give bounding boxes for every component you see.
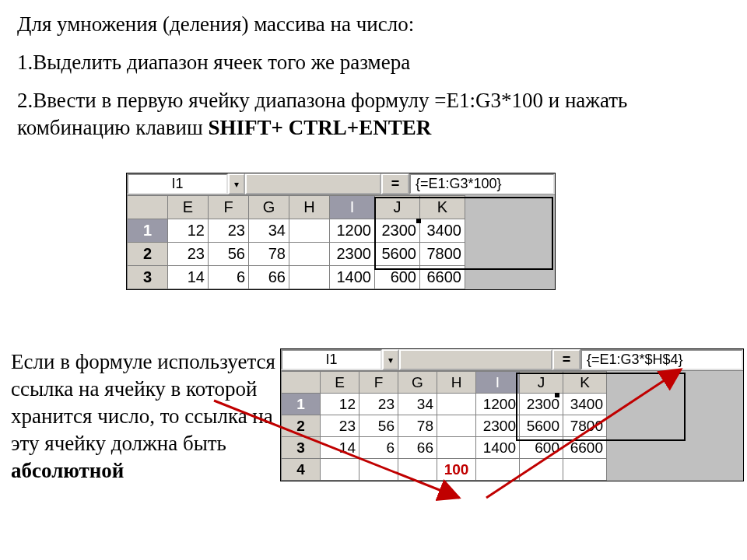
cell[interactable]: 78 [249,243,289,266]
cell[interactable]: 78 [398,415,437,437]
cell[interactable]: 2300 [476,415,520,437]
col-header-G[interactable]: G [398,372,437,394]
equals-icon: = [552,349,580,370]
cell[interactable] [437,415,476,437]
cell[interactable]: 2300 [520,394,563,415]
col-header-H[interactable]: H [437,372,476,394]
cell[interactable]: 1400 [330,266,375,289]
row-header-3[interactable]: 3 [282,437,321,459]
cell[interactable]: 66 [249,266,289,289]
cell[interactable]: 14 [321,437,359,459]
formula-bar[interactable]: {=E1:G3*$H$4} [580,349,743,370]
cell[interactable] [437,437,476,459]
cell[interactable]: 5600 [375,243,420,266]
formula-bar[interactable]: {=E1:G3*100} [409,173,555,194]
cell[interactable]: 14 [168,266,209,289]
col-header-E[interactable]: E [321,372,359,394]
cell[interactable]: 6600 [420,266,465,289]
row-header-2[interactable]: 2 [282,415,321,437]
grid-2[interactable]: E F G H I J K 1 12 23 34 1200 2300 3400 … [281,371,607,481]
cell[interactable]: 2300 [375,219,420,243]
spreadsheet-2: I1 = {=E1:G3*$H$4} E F G H I J K 1 12 23… [280,348,744,481]
cell[interactable]: 1400 [476,437,520,459]
cell[interactable]: 34 [398,394,437,415]
cell[interactable] [520,459,563,481]
cell[interactable]: 1200 [330,219,375,243]
cell[interactable]: 23 [321,415,359,437]
cell[interactable]: 23 [359,394,398,415]
cell[interactable] [437,394,476,415]
cell[interactable]: 56 [209,243,249,266]
spreadsheet-1: I1 = {=E1:G3*100} E F G H I J K 1 12 23 … [126,173,556,290]
grid-1[interactable]: E F G H I J K 1 12 23 34 1200 2300 3400 … [127,195,465,289]
row-header-1[interactable]: 1 [282,394,321,415]
corner-cell[interactable] [128,196,168,219]
name-box-dropdown-icon[interactable] [228,173,245,194]
cell[interactable]: 56 [359,415,398,437]
title-text: Для умножения (деления) массива на число… [17,11,730,38]
cell[interactable]: 3400 [420,219,465,243]
col-header-J[interactable]: J [375,196,420,219]
lower-text-2: абсолютной [11,459,124,482]
cell[interactable] [398,459,437,481]
name-box[interactable]: I1 [127,173,228,194]
lower-paragraph: Если в формуле используется ссылка на яч… [11,348,283,485]
cell[interactable]: 2300 [330,243,375,266]
col-header-I[interactable]: I [476,372,520,394]
cell[interactable]: 600 [520,437,563,459]
cell[interactable]: 12 [321,394,359,415]
equals-icon: = [381,173,409,194]
cell[interactable] [476,459,520,481]
cell[interactable]: 7800 [563,415,607,437]
step1-text: 1.Выделить диапазон ячеек того же размер… [17,49,730,76]
cell[interactable]: 66 [398,437,437,459]
cell[interactable]: 3400 [563,394,607,415]
cell[interactable] [289,243,330,266]
cell[interactable]: 1200 [476,394,520,415]
cell[interactable] [321,459,359,481]
cell[interactable]: 12 [168,219,209,243]
col-header-K[interactable]: K [563,372,607,394]
lower-text-1: Если в формуле используется ссылка на яч… [11,350,275,455]
name-box-dropdown-icon[interactable] [382,349,399,370]
corner-cell[interactable] [282,372,321,394]
col-header-G[interactable]: G [249,196,289,219]
cell[interactable]: 6 [209,266,249,289]
cell[interactable] [563,459,607,481]
cell[interactable]: 600 [375,266,420,289]
cell[interactable]: 6 [359,437,398,459]
row-header-4[interactable]: 4 [282,459,321,481]
cell[interactable]: 6600 [563,437,607,459]
col-header-K[interactable]: K [420,196,465,219]
row-header-2[interactable]: 2 [128,243,168,266]
cell-absolute-value[interactable]: 100 [437,459,476,481]
cell[interactable]: 23 [209,219,249,243]
col-header-E[interactable]: E [168,196,209,219]
row-header-3[interactable]: 3 [128,266,168,289]
cell[interactable] [289,219,330,243]
cell[interactable]: 34 [249,219,289,243]
row-header-1[interactable]: 1 [128,219,168,243]
cell[interactable]: 23 [168,243,209,266]
col-header-H[interactable]: H [289,196,330,219]
cell[interactable]: 5600 [520,415,563,437]
cell[interactable]: 7800 [420,243,465,266]
col-header-I[interactable]: I [330,196,375,219]
col-header-F[interactable]: F [209,196,249,219]
step2b: SHIFT+ CTRL+ENTER [209,116,432,139]
col-header-J[interactable]: J [520,372,563,394]
cell[interactable] [359,459,398,481]
col-header-F[interactable]: F [359,372,398,394]
name-box[interactable]: I1 [281,349,382,370]
cell[interactable] [289,266,330,289]
step2-text: 2.Ввести в первую ячейку диапазона форму… [17,87,730,142]
